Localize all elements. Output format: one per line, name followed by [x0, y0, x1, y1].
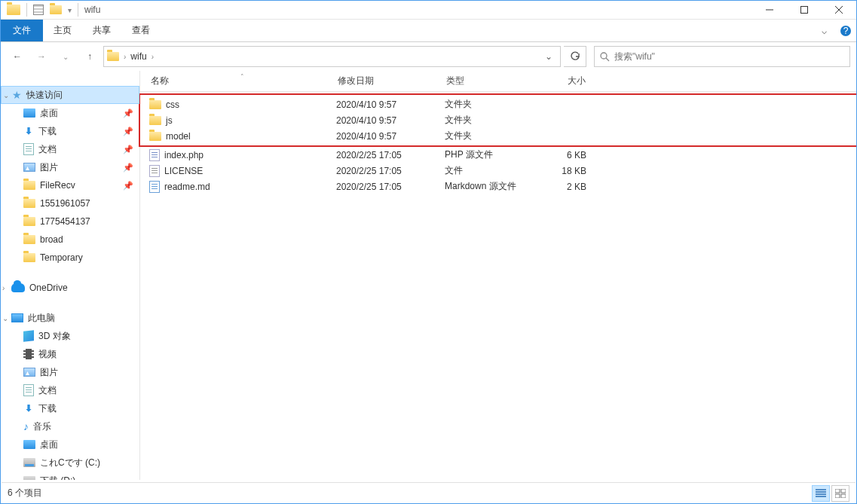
sidebar-item[interactable]: 文档📌 — [1, 140, 139, 158]
desktop-icon — [23, 108, 35, 118]
file-row[interactable]: model2020/4/10 9:57文件夹 — [140, 128, 856, 144]
properties-icon[interactable] — [33, 5, 44, 15]
sidebar-onedrive[interactable]: › OneDrive — [1, 279, 139, 297]
sidebar-item[interactable]: 桌面 — [1, 435, 139, 454]
pin-icon: 📌 — [123, 127, 133, 136]
search-input[interactable] — [614, 51, 845, 62]
svg-rect-5 — [841, 489, 846, 493]
file-row[interactable]: readme.md2020/2/25 17:05Markdown 源文件2 KB — [140, 179, 856, 194]
sidebar-item[interactable]: 桌面📌 — [1, 104, 139, 122]
sidebar-item[interactable]: 视频 — [1, 345, 139, 363]
forward-button[interactable]: → — [31, 46, 52, 67]
file-row[interactable]: LICENSE2020/2/25 17:05文件18 KB — [140, 163, 856, 179]
folder-icon — [23, 253, 35, 262]
sidebar-item-label: 图片 — [40, 366, 58, 379]
file-type: Markdown 源文件 — [445, 180, 534, 193]
sidebar-item[interactable]: 图片📌 — [1, 158, 139, 176]
breadcrumb-item[interactable]: wifu — [130, 51, 146, 62]
sidebar-item[interactable]: broad — [1, 231, 139, 249]
file-name: readme.md — [164, 182, 210, 192]
sidebar-quick-access[interactable]: ⌄ ★ 快速访问 — [1, 86, 139, 104]
search-icon — [599, 51, 610, 62]
file-row[interactable]: index.php2020/2/25 17:05PHP 源文件6 KB — [140, 147, 856, 163]
file-date: 2020/2/25 17:05 — [336, 150, 445, 160]
recent-locations-button[interactable]: ⌄ — [55, 46, 76, 67]
sidebar-item[interactable]: Temporary — [1, 249, 139, 267]
ribbon-collapse-button[interactable]: ⌵ — [813, 20, 835, 41]
expand-icon[interactable]: › — [2, 284, 5, 292]
sidebar-item-label: broad — [40, 234, 63, 245]
disk-icon — [23, 476, 35, 480]
address-history-dropdown[interactable]: ⌄ — [540, 51, 557, 62]
file-row[interactable]: js2020/4/10 9:57文件夹 — [140, 112, 856, 128]
sidebar-item[interactable]: 3D 对象 — [1, 327, 139, 345]
sidebar-item[interactable]: 图片 — [1, 363, 139, 381]
php-file-icon — [149, 149, 160, 161]
maximize-button[interactable] — [787, 1, 822, 20]
sidebar-item[interactable]: 1775454137 — [1, 212, 139, 231]
3d-objects-icon — [23, 330, 34, 341]
sidebar-item[interactable]: これCです (C:) — [1, 454, 139, 472]
sidebar-item-label: これCです (C:) — [40, 457, 100, 469]
sidebar-item[interactable]: FileRecv📌 — [1, 176, 139, 194]
sidebar-item[interactable]: ⬇下载📌 — [1, 122, 139, 140]
ribbon-file-tab[interactable]: 文件 — [1, 20, 43, 41]
qat-dropdown-icon[interactable]: ▾ — [68, 6, 72, 14]
ribbon-tab-view[interactable]: 查看 — [121, 20, 161, 41]
download-icon: ⬇ — [23, 126, 34, 136]
file-row[interactable]: css2020/4/10 9:57文件夹 — [140, 96, 856, 112]
refresh-button[interactable] — [564, 46, 586, 67]
file-name: index.php — [164, 150, 204, 160]
document-icon — [23, 143, 34, 155]
folder-icon — [23, 199, 35, 208]
address-bar[interactable]: › wifu › ⌄ — [103, 46, 561, 67]
folder-icon — [149, 116, 161, 125]
download-icon: ⬇ — [23, 403, 34, 414]
expand-icon[interactable]: ⌄ — [2, 314, 8, 322]
svg-point-3 — [601, 53, 607, 59]
onedrive-icon — [11, 283, 25, 292]
file-date: 2020/4/10 9:57 — [336, 131, 445, 142]
up-button[interactable]: ↑ — [79, 46, 100, 67]
help-button[interactable]: ? — [835, 20, 856, 41]
column-header-type[interactable]: 类型 — [445, 75, 534, 87]
file-icon — [149, 165, 160, 177]
folder-icon — [23, 181, 35, 190]
sidebar-item-label: 下载 (D:) — [40, 475, 75, 481]
desktop-icon — [23, 440, 35, 449]
details-view-button[interactable] — [812, 485, 830, 502]
sidebar-item[interactable]: 下载 (D:) — [1, 472, 139, 480]
new-folder-icon[interactable] — [50, 5, 62, 14]
thumbnails-view-button[interactable] — [831, 485, 849, 502]
sidebar-item-label: 视频 — [38, 348, 57, 361]
expand-icon[interactable]: ⌄ — [3, 91, 9, 99]
qat-separator — [26, 3, 27, 17]
navigation-pane[interactable]: ⌄ ★ 快速访问 桌面📌⬇下载📌文档📌图片📌FileRecv📌155196105… — [1, 71, 140, 480]
sidebar-this-pc[interactable]: ⌄ 此电脑 — [1, 309, 139, 327]
ribbon-tab-share[interactable]: 共享 — [82, 20, 121, 41]
sidebar-item-label: 1775454137 — [40, 216, 90, 227]
sidebar-item-label: 桌面 — [40, 438, 58, 451]
file-name: css — [166, 99, 179, 110]
file-date: 2020/4/10 9:57 — [336, 115, 445, 126]
close-button[interactable] — [822, 1, 856, 20]
pictures-icon — [23, 163, 35, 172]
sidebar-item[interactable]: 1551961057 — [1, 194, 139, 212]
column-header-name[interactable]: ˄ 名称 — [149, 75, 336, 87]
sidebar-item[interactable]: ♪音乐 — [1, 417, 139, 435]
search-box[interactable] — [594, 46, 850, 67]
sidebar-item[interactable]: 文档 — [1, 381, 139, 399]
column-header-size[interactable]: 大小 — [534, 75, 591, 87]
sidebar-item[interactable]: ⬇下载 — [1, 399, 139, 417]
ribbon-tab-home[interactable]: 主页 — [43, 20, 82, 41]
minimize-button[interactable] — [752, 1, 787, 20]
file-type: 文件夹 — [445, 114, 534, 127]
markdown-file-icon — [149, 181, 160, 193]
back-button[interactable]: ← — [7, 46, 28, 67]
sidebar-item-label: FileRecv — [40, 180, 75, 191]
app-folder-icon — [7, 5, 20, 15]
breadcrumb-separator[interactable]: › — [152, 53, 154, 61]
sidebar-item-label: 桌面 — [40, 107, 58, 120]
status-item-count: 6 个项目 — [8, 487, 42, 499]
column-header-date[interactable]: 修改日期 — [336, 75, 445, 87]
